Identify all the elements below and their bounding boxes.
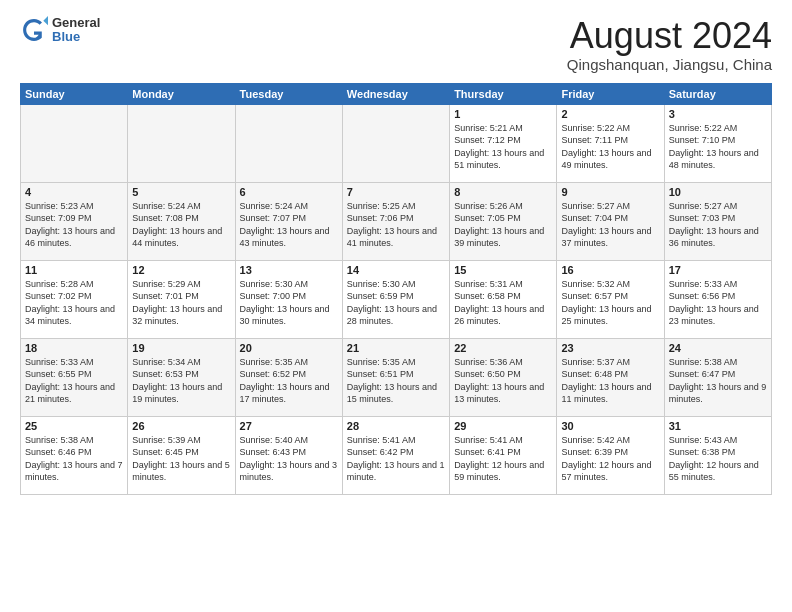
cell-2-5: 16Sunrise: 5:32 AMSunset: 6:57 PMDayligh…	[557, 260, 664, 338]
cell-info: Sunrise: 5:29 AMSunset: 7:01 PMDaylight:…	[132, 278, 230, 328]
logo-icon	[20, 16, 48, 44]
cell-info: Sunrise: 5:33 AMSunset: 6:55 PMDaylight:…	[25, 356, 123, 406]
cell-1-6: 10Sunrise: 5:27 AMSunset: 7:03 PMDayligh…	[664, 182, 771, 260]
header-row: Sunday Monday Tuesday Wednesday Thursday…	[21, 83, 772, 104]
cell-3-3: 21Sunrise: 5:35 AMSunset: 6:51 PMDayligh…	[342, 338, 449, 416]
cell-0-4: 1Sunrise: 5:21 AMSunset: 7:12 PMDaylight…	[450, 104, 557, 182]
cell-2-6: 17Sunrise: 5:33 AMSunset: 6:56 PMDayligh…	[664, 260, 771, 338]
day-number: 15	[454, 264, 552, 276]
cell-4-1: 26Sunrise: 5:39 AMSunset: 6:45 PMDayligh…	[128, 416, 235, 494]
day-number: 26	[132, 420, 230, 432]
col-wednesday: Wednesday	[342, 83, 449, 104]
cell-2-2: 13Sunrise: 5:30 AMSunset: 7:00 PMDayligh…	[235, 260, 342, 338]
day-number: 13	[240, 264, 338, 276]
col-tuesday: Tuesday	[235, 83, 342, 104]
cell-3-2: 20Sunrise: 5:35 AMSunset: 6:52 PMDayligh…	[235, 338, 342, 416]
logo-general-text: General	[52, 16, 100, 30]
cell-3-4: 22Sunrise: 5:36 AMSunset: 6:50 PMDayligh…	[450, 338, 557, 416]
page: General Blue August 2024 Qingshanquan, J…	[0, 0, 792, 612]
cell-info: Sunrise: 5:28 AMSunset: 7:02 PMDaylight:…	[25, 278, 123, 328]
cell-info: Sunrise: 5:24 AMSunset: 7:08 PMDaylight:…	[132, 200, 230, 250]
col-monday: Monday	[128, 83, 235, 104]
cell-0-6: 3Sunrise: 5:22 AMSunset: 7:10 PMDaylight…	[664, 104, 771, 182]
day-number: 21	[347, 342, 445, 354]
cell-3-1: 19Sunrise: 5:34 AMSunset: 6:53 PMDayligh…	[128, 338, 235, 416]
cell-info: Sunrise: 5:30 AMSunset: 7:00 PMDaylight:…	[240, 278, 338, 328]
cell-4-6: 31Sunrise: 5:43 AMSunset: 6:38 PMDayligh…	[664, 416, 771, 494]
day-number: 28	[347, 420, 445, 432]
day-number: 23	[561, 342, 659, 354]
cell-4-4: 29Sunrise: 5:41 AMSunset: 6:41 PMDayligh…	[450, 416, 557, 494]
cell-3-6: 24Sunrise: 5:38 AMSunset: 6:47 PMDayligh…	[664, 338, 771, 416]
col-friday: Friday	[557, 83, 664, 104]
cell-1-4: 8Sunrise: 5:26 AMSunset: 7:05 PMDaylight…	[450, 182, 557, 260]
day-number: 14	[347, 264, 445, 276]
week-row-3: 11Sunrise: 5:28 AMSunset: 7:02 PMDayligh…	[21, 260, 772, 338]
cell-info: Sunrise: 5:27 AMSunset: 7:04 PMDaylight:…	[561, 200, 659, 250]
cell-info: Sunrise: 5:21 AMSunset: 7:12 PMDaylight:…	[454, 122, 552, 172]
week-row-4: 18Sunrise: 5:33 AMSunset: 6:55 PMDayligh…	[21, 338, 772, 416]
cell-4-2: 27Sunrise: 5:40 AMSunset: 6:43 PMDayligh…	[235, 416, 342, 494]
day-number: 7	[347, 186, 445, 198]
title-block: August 2024 Qingshanquan, Jiangsu, China	[567, 16, 772, 73]
cell-1-5: 9Sunrise: 5:27 AMSunset: 7:04 PMDaylight…	[557, 182, 664, 260]
cell-info: Sunrise: 5:36 AMSunset: 6:50 PMDaylight:…	[454, 356, 552, 406]
cell-info: Sunrise: 5:27 AMSunset: 7:03 PMDaylight:…	[669, 200, 767, 250]
day-number: 18	[25, 342, 123, 354]
day-number: 5	[132, 186, 230, 198]
cell-info: Sunrise: 5:43 AMSunset: 6:38 PMDaylight:…	[669, 434, 767, 484]
cell-info: Sunrise: 5:23 AMSunset: 7:09 PMDaylight:…	[25, 200, 123, 250]
month-title: August 2024	[567, 16, 772, 56]
cell-info: Sunrise: 5:35 AMSunset: 6:52 PMDaylight:…	[240, 356, 338, 406]
week-row-5: 25Sunrise: 5:38 AMSunset: 6:46 PMDayligh…	[21, 416, 772, 494]
cell-0-5: 2Sunrise: 5:22 AMSunset: 7:11 PMDaylight…	[557, 104, 664, 182]
cell-0-1	[128, 104, 235, 182]
day-number: 8	[454, 186, 552, 198]
calendar-table: Sunday Monday Tuesday Wednesday Thursday…	[20, 83, 772, 495]
cell-info: Sunrise: 5:37 AMSunset: 6:48 PMDaylight:…	[561, 356, 659, 406]
cell-2-3: 14Sunrise: 5:30 AMSunset: 6:59 PMDayligh…	[342, 260, 449, 338]
cell-info: Sunrise: 5:39 AMSunset: 6:45 PMDaylight:…	[132, 434, 230, 484]
cell-2-4: 15Sunrise: 5:31 AMSunset: 6:58 PMDayligh…	[450, 260, 557, 338]
col-thursday: Thursday	[450, 83, 557, 104]
day-number: 30	[561, 420, 659, 432]
cell-info: Sunrise: 5:35 AMSunset: 6:51 PMDaylight:…	[347, 356, 445, 406]
cell-info: Sunrise: 5:38 AMSunset: 6:46 PMDaylight:…	[25, 434, 123, 484]
cell-0-2	[235, 104, 342, 182]
cell-4-3: 28Sunrise: 5:41 AMSunset: 6:42 PMDayligh…	[342, 416, 449, 494]
day-number: 22	[454, 342, 552, 354]
day-number: 3	[669, 108, 767, 120]
col-sunday: Sunday	[21, 83, 128, 104]
day-number: 6	[240, 186, 338, 198]
day-number: 10	[669, 186, 767, 198]
header: General Blue August 2024 Qingshanquan, J…	[20, 16, 772, 73]
cell-info: Sunrise: 5:25 AMSunset: 7:06 PMDaylight:…	[347, 200, 445, 250]
day-number: 24	[669, 342, 767, 354]
week-row-2: 4Sunrise: 5:23 AMSunset: 7:09 PMDaylight…	[21, 182, 772, 260]
cell-3-0: 18Sunrise: 5:33 AMSunset: 6:55 PMDayligh…	[21, 338, 128, 416]
logo: General Blue	[20, 16, 100, 45]
cell-0-3	[342, 104, 449, 182]
location-subtitle: Qingshanquan, Jiangsu, China	[567, 56, 772, 73]
cell-info: Sunrise: 5:33 AMSunset: 6:56 PMDaylight:…	[669, 278, 767, 328]
day-number: 29	[454, 420, 552, 432]
day-number: 19	[132, 342, 230, 354]
day-number: 1	[454, 108, 552, 120]
cell-1-0: 4Sunrise: 5:23 AMSunset: 7:09 PMDaylight…	[21, 182, 128, 260]
col-saturday: Saturday	[664, 83, 771, 104]
cell-2-1: 12Sunrise: 5:29 AMSunset: 7:01 PMDayligh…	[128, 260, 235, 338]
day-number: 31	[669, 420, 767, 432]
cell-info: Sunrise: 5:42 AMSunset: 6:39 PMDaylight:…	[561, 434, 659, 484]
cell-1-2: 6Sunrise: 5:24 AMSunset: 7:07 PMDaylight…	[235, 182, 342, 260]
cell-info: Sunrise: 5:34 AMSunset: 6:53 PMDaylight:…	[132, 356, 230, 406]
day-number: 11	[25, 264, 123, 276]
cell-4-5: 30Sunrise: 5:42 AMSunset: 6:39 PMDayligh…	[557, 416, 664, 494]
cell-info: Sunrise: 5:31 AMSunset: 6:58 PMDaylight:…	[454, 278, 552, 328]
day-number: 27	[240, 420, 338, 432]
cell-3-5: 23Sunrise: 5:37 AMSunset: 6:48 PMDayligh…	[557, 338, 664, 416]
week-row-1: 1Sunrise: 5:21 AMSunset: 7:12 PMDaylight…	[21, 104, 772, 182]
cell-0-0	[21, 104, 128, 182]
cell-info: Sunrise: 5:26 AMSunset: 7:05 PMDaylight:…	[454, 200, 552, 250]
cell-info: Sunrise: 5:32 AMSunset: 6:57 PMDaylight:…	[561, 278, 659, 328]
cell-info: Sunrise: 5:38 AMSunset: 6:47 PMDaylight:…	[669, 356, 767, 406]
